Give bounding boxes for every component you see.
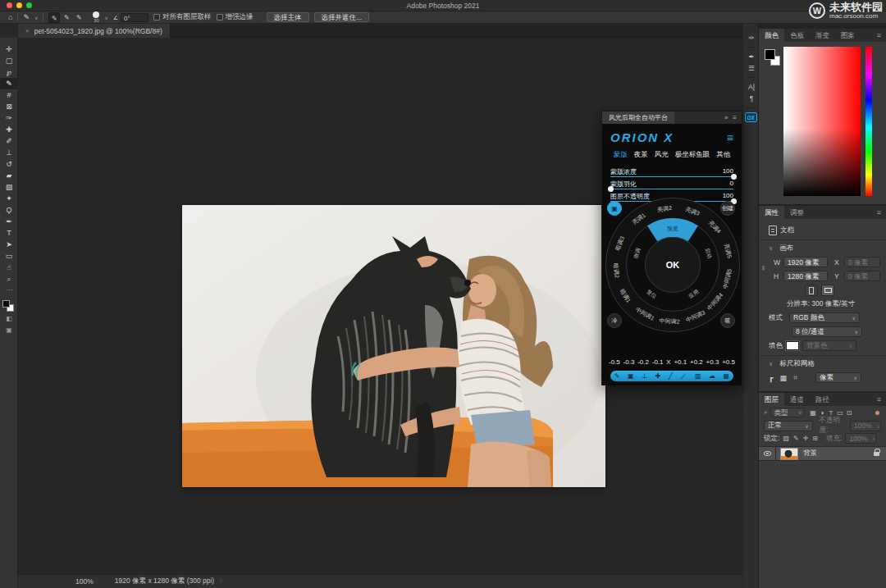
- marquee-tool[interactable]: ▢: [0, 55, 18, 66]
- enhance-edge-checkbox[interactable]: 增强边缘: [217, 12, 253, 22]
- quick-mask-icon[interactable]: ◧: [0, 313, 18, 325]
- fill-color-swatch[interactable]: [786, 341, 799, 350]
- lock-icon-4[interactable]: ⊞: [812, 435, 818, 442]
- edit-toolbar-icon[interactable]: ⋯: [0, 285, 18, 296]
- brush-size-picker[interactable]: 30: [93, 11, 99, 24]
- wheel-label-中间调2[interactable]: 中间调2: [660, 317, 680, 326]
- orion-panel-header[interactable]: 风光后期全自动平台 » ≡: [602, 112, 742, 124]
- orion-footer-icon-4[interactable]: ✚: [655, 372, 661, 380]
- width-input[interactable]: 1920 像素: [783, 257, 828, 267]
- offset-value-+0.2[interactable]: +0.2: [690, 358, 703, 366]
- orion-footer-icon-2[interactable]: ▣: [628, 372, 634, 380]
- tab-渐变[interactable]: 渐变: [810, 29, 835, 42]
- fill-dropdown[interactable]: 背景色: [802, 340, 856, 351]
- tab-颜色[interactable]: 颜色: [759, 29, 784, 42]
- link-dimensions-icon[interactable]: ∞: [760, 266, 767, 271]
- eraser-tool[interactable]: ▰: [0, 170, 18, 181]
- quick-selection-tool[interactable]: ✎: [0, 78, 18, 89]
- orion-tab-其他[interactable]: 其他: [716, 150, 730, 160]
- path-selection-tool[interactable]: ➤: [0, 239, 18, 250]
- selection-mode-icon-3[interactable]: ✎: [73, 12, 84, 23]
- layer-row-background[interactable]: 背景: [759, 446, 886, 461]
- orion-tab-极坐标鱼眼[interactable]: 极坐标鱼眼: [675, 150, 710, 160]
- fill-dropdown[interactable]: 100%: [845, 433, 876, 444]
- dodge-tool[interactable]: Ϙ: [0, 204, 18, 216]
- orion-panel-tab[interactable]: 风光后期全自动平台: [602, 112, 674, 124]
- collapse-panel-icon[interactable]: »: [724, 114, 728, 121]
- orion-dock-icon[interactable]: OX: [745, 112, 757, 122]
- lock-icon-2[interactable]: ✎: [793, 435, 799, 442]
- orion-cold-button[interactable]: 冷: [607, 313, 622, 328]
- offset-value--0.5[interactable]: -0.5: [609, 358, 620, 366]
- offset-value-+0.3[interactable]: +0.3: [706, 358, 719, 366]
- slider-track[interactable]: [610, 176, 733, 177]
- slider-knob[interactable]: [731, 174, 737, 180]
- tab-属性[interactable]: 属性: [759, 206, 784, 219]
- portrait-orientation-button[interactable]: [805, 285, 818, 296]
- orion-footer-icon-7[interactable]: ▥: [695, 372, 701, 380]
- panel-menu-icon[interactable]: ≡: [877, 29, 886, 42]
- orion-footer-icon-9[interactable]: ▦: [724, 372, 730, 380]
- screen-mode-icon[interactable]: ▣: [0, 325, 18, 336]
- orion-footer-icon-8[interactable]: ☁: [709, 372, 715, 380]
- color-mode-dropdown[interactable]: RGB 颜色: [789, 312, 860, 323]
- offset-value-+0.1[interactable]: +0.1: [674, 358, 687, 366]
- ruler-icon[interactable]: ┏: [769, 374, 773, 382]
- hue-slider[interactable]: [865, 47, 872, 196]
- layer-thumbnail[interactable]: [780, 448, 798, 460]
- gradient-tool[interactable]: ▧: [0, 181, 18, 193]
- crop-tool[interactable]: #: [0, 89, 18, 101]
- rulers-section-header[interactable]: ∨ 标尺和网格: [759, 359, 886, 369]
- eyedropper-tool[interactable]: ✑: [0, 112, 18, 124]
- orion-tab-蒙版[interactable]: 蒙版: [614, 150, 628, 160]
- select-and-mask-button[interactable]: 选择并遮住...: [314, 12, 370, 22]
- orion-toggle-button[interactable]: ▣: [607, 201, 622, 216]
- blend-mode-dropdown[interactable]: 正常: [764, 421, 813, 431]
- orion-warm-button[interactable]: 暖: [720, 313, 735, 328]
- pen-tool[interactable]: ✒: [0, 216, 18, 227]
- hand-tool[interactable]: ☝: [0, 262, 18, 273]
- chevron-down-icon[interactable]: ∨: [104, 15, 107, 21]
- select-subject-button[interactable]: 选择主体: [267, 12, 309, 22]
- grid-icon[interactable]: ▦: [779, 374, 787, 382]
- chevron-down-icon[interactable]: ∨: [769, 245, 773, 252]
- layer-filter-toggle[interactable]: [875, 411, 879, 415]
- tab-通道[interactable]: 通道: [784, 393, 810, 406]
- canvas-section-header[interactable]: ∨ 画布: [759, 244, 886, 253]
- document-tab[interactable]: × pet-5054023_1920.jpg @ 100%(RGB/8#): [18, 24, 171, 38]
- orion-menu-icon[interactable]: ≡: [727, 134, 733, 142]
- orion-footer-icon-5[interactable]: ╱: [669, 372, 673, 380]
- type-tool[interactable]: T: [0, 227, 18, 239]
- orion-color-wheel[interactable]: 预览 亮调1亮调2亮调3亮调4亮调5中间调5中间调4中间调3中间调2中间调1暗调…: [605, 198, 740, 332]
- orion-slider-2[interactable]: 蒙版羽化0: [610, 180, 733, 191]
- foreground-color-swatch[interactable]: [765, 49, 775, 60]
- orion-footer-icon-1[interactable]: ✎: [614, 372, 620, 380]
- history-brush-tool[interactable]: ↺: [0, 158, 18, 170]
- landscape-orientation-button[interactable]: [821, 285, 834, 296]
- move-tool[interactable]: ✛: [0, 43, 18, 55]
- layer-visibility-icon[interactable]: [764, 451, 771, 456]
- offset-value-+0.5[interactable]: +0.5: [722, 358, 735, 366]
- pen-panel-icon[interactable]: ✒: [743, 51, 760, 62]
- orion-footer-icon-6[interactable]: ／: [680, 371, 687, 381]
- units-dropdown[interactable]: 像素: [815, 372, 861, 383]
- orion-tab-风光[interactable]: 风光: [655, 150, 669, 160]
- height-input[interactable]: 1280 像素: [783, 271, 828, 281]
- tab-图案[interactable]: 图案: [835, 29, 861, 42]
- foreground-background-colors[interactable]: [764, 48, 783, 68]
- brush-settings-panel-icon[interactable]: ✑: [743, 32, 760, 43]
- tab-图层[interactable]: 图层: [759, 393, 784, 406]
- close-tab-icon[interactable]: ×: [25, 27, 30, 34]
- chevron-down-icon[interactable]: ∨: [769, 361, 773, 367]
- offset-value-X[interactable]: X: [666, 358, 670, 366]
- sliders-panel-icon[interactable]: ☰: [743, 62, 760, 74]
- saturation-brightness-picker[interactable]: [783, 47, 861, 196]
- tab-色板[interactable]: 色板: [784, 29, 810, 42]
- offset-value--0.1[interactable]: -0.1: [652, 358, 664, 366]
- wheel-ok-button[interactable]: OK: [645, 237, 701, 293]
- sample-all-layers-checkbox[interactable]: 对所有图层取样: [153, 12, 212, 22]
- orion-create-button[interactable]: 创建: [720, 201, 735, 216]
- grid-dots-icon[interactable]: ⌗: [793, 373, 797, 382]
- selection-mode-icon-2[interactable]: ✎: [61, 12, 72, 23]
- orion-slider-1[interactable]: 蒙版浓度100: [610, 167, 733, 179]
